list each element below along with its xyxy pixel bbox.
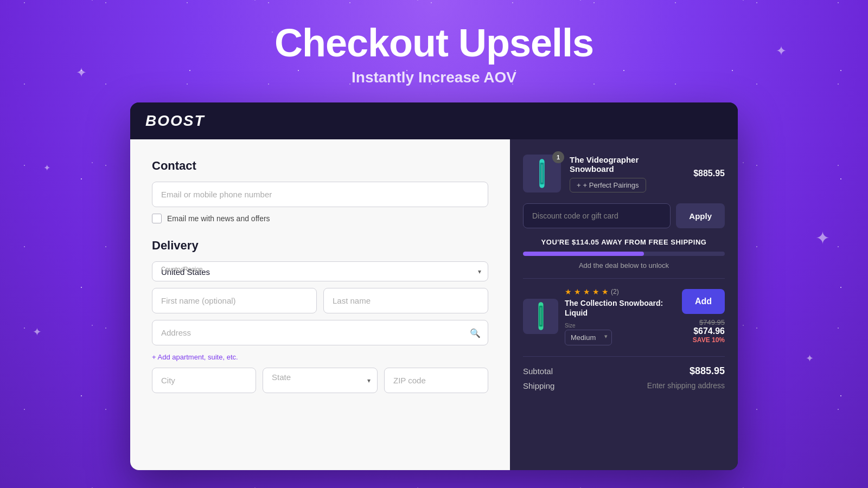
city-input[interactable] [152,368,256,393]
checkbox-label: Email me with news and offers [167,214,270,223]
progress-bar-fill [523,252,644,256]
country-chevron-icon: ▾ [478,268,481,275]
review-count: (2) [611,288,619,296]
size-select[interactable]: Medium Small Large [565,330,612,345]
last-name-input[interactable] [323,288,488,313]
unlock-text: Add the deal below to unlock [523,261,725,269]
checkout-window: BOOST Contact Email me with news and off… [130,102,738,470]
header-section: Checkout Upsells Instantly Increase AOV [275,0,593,102]
subtotal-label: Subtotal [523,367,553,376]
upsell-info: ★ ★ ★ ★ ★ (2) The Collection Snowboard: … [565,287,675,345]
star-3: ★ [583,287,590,296]
product-row: 1 The Videographer Snowboard + + Perfect… [523,155,725,192]
name-row [152,288,488,313]
stars-row: ★ ★ ★ ★ ★ (2) [565,287,675,296]
shipping-value: Enter shipping address [647,381,725,390]
state-placeholder: State [272,373,291,382]
add-apartment-link[interactable]: + Add apartment, suite, etc. [152,353,238,361]
subtotal-section: Subtotal $885.95 Shipping Enter shipping… [523,356,725,390]
upsell-snowboard-icon [533,300,548,332]
upsell-divider [523,278,725,279]
country-select[interactable]: Country/Region United States ▾ [152,261,488,281]
state-chevron-icon: ▾ [367,377,371,384]
upsell-price-block: $749.95 $674.96 SAVE 10% [693,318,725,344]
top-bar: BOOST [130,102,738,139]
product-name: The Videographer Snowboard [570,155,685,174]
email-input[interactable] [152,182,488,207]
shipping-banner: YOU'RE $114.05 AWAY FROM FREE SHIPPING A… [523,238,725,269]
address-wrapper: 🔍 [152,320,488,345]
product-image-wrap: 1 [523,155,561,192]
zip-input[interactable] [384,368,488,393]
discount-input[interactable] [523,203,671,228]
delivery-title: Delivery [152,239,488,253]
pairings-label: + Perfect Pairings [583,181,639,189]
upsell-image [523,299,558,334]
pairings-plus-icon: + [577,181,581,189]
snowboard-icon [534,157,550,190]
star-2: ★ [574,287,581,296]
boost-logo: BOOST [145,112,205,130]
address-input[interactable] [152,320,488,345]
subtotal-row: Subtotal $885.95 [523,365,725,377]
search-icon: 🔍 [470,328,481,338]
save-text: SAVE 10% [693,336,725,344]
left-panel: Contact Email me with news and offers De… [130,139,510,470]
shipping-row: Shipping Enter shipping address [523,381,725,390]
discount-row: Apply [523,203,725,228]
sale-price: $674.96 [693,326,725,336]
shipping-label: Shipping [523,381,554,390]
email-checkbox[interactable] [152,214,162,223]
upsell-right: Add $749.95 $674.96 SAVE 10% [682,289,725,344]
page-subtitle: Instantly Increase AOV [275,69,593,86]
right-panel: 1 The Videographer Snowboard + + Perfect… [510,139,738,470]
star-1: ★ [565,287,572,296]
progress-bar [523,252,725,256]
checkbox-row: Email me with news and offers [152,214,488,223]
product-price: $885.95 [693,169,725,178]
product-quantity-badge: 1 [552,151,564,163]
apply-button[interactable]: Apply [676,203,725,228]
star-half: ★ [602,287,609,296]
size-label: Size [565,323,612,329]
country-value: United States [161,267,468,277]
product-info: The Videographer Snowboard + + Perfect P… [570,155,685,192]
upsell-name: The Collection Snowboard: Liquid [565,298,675,318]
size-select-wrap[interactable]: Size Medium Small Large ▾ [565,323,612,345]
page-title: Checkout Upsells [275,22,593,65]
checkout-body: Contact Email me with news and offers De… [130,139,738,470]
add-upsell-button[interactable]: Add [682,289,725,314]
upsell-row: ★ ★ ★ ★ ★ (2) The Collection Snowboard: … [523,287,725,345]
city-state-row: State ▾ [152,368,488,393]
star-4: ★ [592,287,599,296]
shipping-banner-text: YOU'RE $114.05 AWAY FROM FREE SHIPPING [523,238,725,246]
contact-title: Contact [152,159,488,173]
perfect-pairings-button[interactable]: + + Perfect Pairings [570,178,646,192]
state-select[interactable]: State ▾ [263,368,378,393]
original-price: $749.95 [693,318,725,326]
subtotal-value: $885.95 [690,365,725,377]
first-name-input[interactable] [152,288,317,313]
